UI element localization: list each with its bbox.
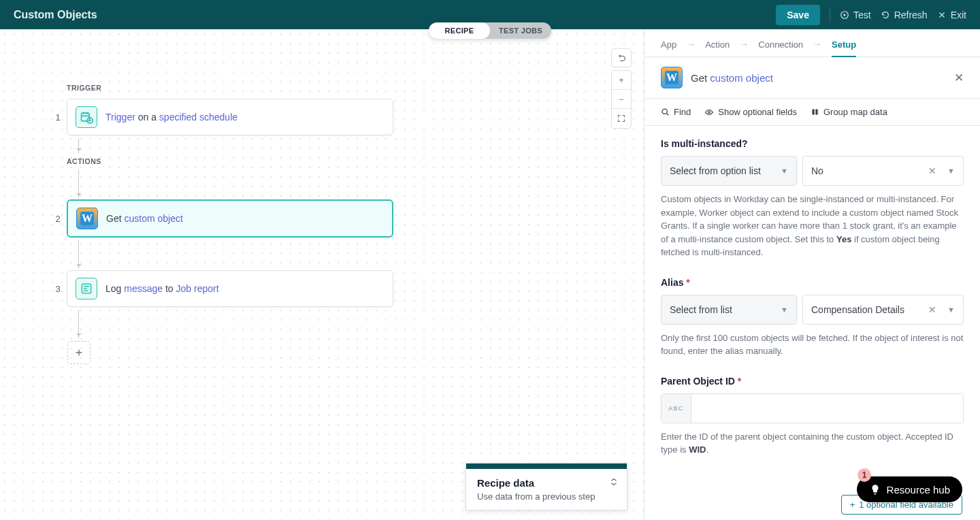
parent-id-input[interactable] (691, 394, 963, 423)
play-icon (840, 10, 849, 20)
step-3-text: Log message to Job report (105, 283, 219, 294)
field-label: Parent Object ID * (661, 376, 964, 387)
chevron-down-icon: ▼ (947, 306, 955, 314)
chevron-right-icon: → (739, 39, 749, 50)
chevron-down-icon: ▼ (947, 167, 955, 175)
crumb-setup[interactable]: Setup (832, 39, 856, 50)
resource-hub-button[interactable]: Resource hub (857, 476, 962, 502)
svg-point-5 (708, 111, 710, 113)
plus-icon: + (850, 500, 855, 510)
columns-icon (811, 108, 819, 116)
field-parent-object-id: Parent Object ID * ABC Enter the ID of t… (661, 376, 964, 457)
connector (78, 138, 79, 153)
connector (78, 240, 79, 269)
trigger-section-label: TRIGGER (67, 84, 393, 92)
type-badge: ABC (662, 394, 691, 423)
tab-recipe[interactable]: RECIPE (429, 22, 490, 39)
expand-icon (617, 114, 625, 123)
refresh-button[interactable]: Refresh (881, 10, 928, 20)
connector (78, 169, 79, 198)
lightbulb-icon (869, 483, 881, 495)
svg-rect-6 (812, 109, 814, 114)
tab-test-jobs[interactable]: TEST JOBS (490, 22, 551, 39)
form-body[interactable]: Is multi-instanced? Select from option l… (644, 126, 980, 520)
header-actions: Save Test Refresh Exit (776, 5, 966, 25)
selector-value[interactable]: No ✕ ▼ (802, 156, 964, 186)
page-title: Custom Objects (14, 9, 97, 21)
exit-button[interactable]: Exit (937, 10, 966, 20)
save-button[interactable]: Save (776, 5, 820, 25)
add-step-button[interactable] (67, 341, 91, 364)
close-icon (937, 10, 947, 20)
help-text: Enter the ID of the parent object contai… (661, 430, 964, 457)
search-icon (661, 108, 670, 116)
help-text: Custom objects in Workday can be single-… (661, 193, 964, 259)
selector-mode[interactable]: Select from list ▼ (661, 295, 797, 325)
panel-header: W Get custom object ✕ (644, 57, 980, 99)
help-text: Only the first 100 custom objects will b… (661, 331, 964, 358)
step-1[interactable]: 1 Trigger on a specified schedule (67, 99, 393, 135)
reset-zoom-button[interactable] (611, 48, 632, 67)
workday-icon: W (76, 208, 98, 229)
selector-value[interactable]: Compensation Details ✕ ▼ (802, 295, 964, 325)
plus-icon (74, 348, 84, 357)
log-icon (76, 278, 97, 299)
field-label: Is multi-instanced? (661, 138, 964, 149)
breadcrumb: App → Action → Connection → Setup (644, 29, 980, 57)
undo-icon (617, 53, 626, 63)
field-alias: Alias * Select from list ▼ Compensation … (661, 277, 964, 358)
divider (830, 7, 830, 22)
panel-toolbar: Find Show optional fields Group map data (644, 99, 980, 126)
chevron-right-icon: → (813, 39, 822, 50)
setup-panel: App → Action → Connection → Setup W Get … (644, 29, 980, 520)
notification-badge[interactable]: 1 (858, 468, 871, 482)
clear-icon[interactable]: ✕ (928, 304, 936, 315)
view-tabs: RECIPE TEST JOBS (429, 22, 551, 39)
svg-rect-7 (815, 109, 817, 114)
refresh-icon (881, 10, 890, 20)
eye-icon (704, 108, 714, 117)
group-map-button[interactable]: Group map data (811, 107, 887, 117)
step-2-text: Get custom object (106, 213, 183, 224)
chevron-down-icon: ▼ (781, 306, 788, 314)
svg-point-4 (662, 109, 667, 114)
recipe-data-panel[interactable]: Recipe data Use data from a previous ste… (466, 463, 627, 510)
expand-icon[interactable] (609, 477, 619, 487)
connector (78, 310, 79, 338)
zoom-in-button[interactable]: + (612, 71, 631, 90)
recipe-canvas[interactable]: + − TRIGGER 1 Trigger on a specified sch… (0, 29, 644, 520)
show-optional-button[interactable]: Show optional fields (704, 107, 797, 117)
field-label: Alias * (661, 277, 964, 288)
step-3[interactable]: 3 Log message to Job report (67, 270, 393, 307)
crumb-action[interactable]: Action (705, 39, 730, 50)
panel-title: Get custom object (691, 72, 773, 84)
fit-screen-button[interactable] (612, 109, 631, 128)
parent-id-input-wrap: ABC (661, 393, 964, 423)
workday-icon: W (661, 67, 683, 88)
recipe-data-subtitle: Use data from a previous step (477, 491, 616, 502)
step-2[interactable]: 2 W Get custom object (67, 199, 393, 238)
recipe-data-title: Recipe data (477, 477, 616, 489)
crumb-app[interactable]: App (661, 39, 676, 50)
chevron-down-icon: ▼ (781, 167, 788, 175)
selector-mode[interactable]: Select from option list ▼ (661, 156, 797, 186)
step-1-text: Trigger on a specified schedule (105, 112, 238, 123)
test-button[interactable]: Test (840, 10, 871, 20)
field-multi-instanced: Is multi-instanced? Select from option l… (661, 138, 964, 259)
find-button[interactable]: Find (661, 107, 691, 117)
crumb-connection[interactable]: Connection (758, 39, 803, 50)
close-panel-button[interactable]: ✕ (954, 71, 964, 85)
svg-rect-1 (82, 113, 90, 121)
chevron-right-icon: → (686, 39, 696, 50)
zoom-controls: + − (611, 70, 632, 129)
actions-section-label: ACTIONS (67, 157, 393, 165)
clear-icon[interactable]: ✕ (928, 165, 936, 176)
schedule-icon (76, 106, 97, 128)
zoom-out-button[interactable]: − (612, 90, 631, 109)
